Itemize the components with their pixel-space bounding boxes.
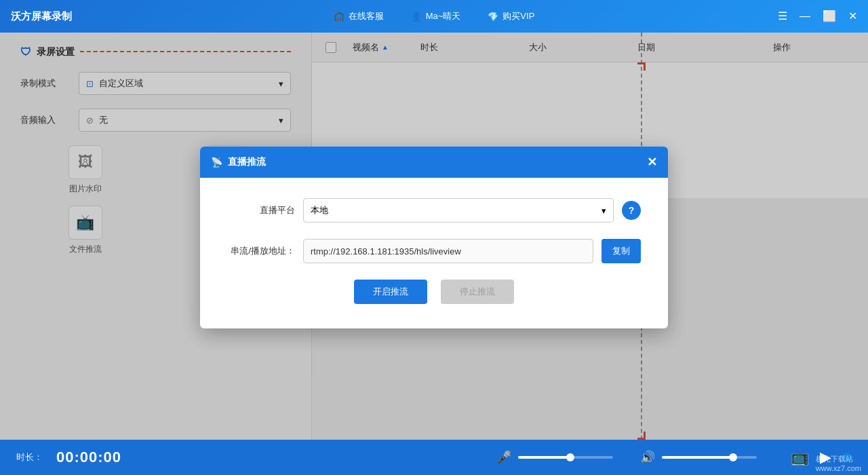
window-controls: ☰ — ⬜ ✕ bbox=[778, 11, 857, 22]
volume-slider[interactable] bbox=[662, 456, 757, 459]
menu-button[interactable]: ☰ bbox=[778, 11, 787, 22]
dialog-footer: 开启推流 停止推流 bbox=[227, 280, 641, 304]
support-button[interactable]: 🎧 在线客服 bbox=[334, 10, 384, 22]
platform-select[interactable]: 本地 ▾ bbox=[303, 198, 614, 223]
dialog-body: 直播平台 本地 ▾ ? 串流/播放地址： 复制 开启推流 停止推流 bbox=[200, 178, 668, 328]
duration-label: 时长： bbox=[16, 451, 43, 463]
vip-button[interactable]: 💎 购买VIP bbox=[488, 10, 534, 22]
start-stream-button[interactable]: 开启推流 bbox=[354, 280, 427, 304]
stream-icon: 📡 bbox=[211, 157, 222, 168]
vip-icon: 💎 bbox=[488, 12, 498, 22]
tv-button[interactable]: 📺 bbox=[791, 449, 809, 466]
volume-slider-group: 🔊 bbox=[640, 450, 757, 465]
minimize-button[interactable]: — bbox=[800, 11, 810, 22]
platform-value: 本地 bbox=[311, 204, 328, 216]
stop-stream-button: 停止推流 bbox=[441, 280, 514, 304]
bottom-bar: 时长： 00:00:00 🎤 🔊 📺 ▶ 🌐 极光下载站www.xz7.com bbox=[0, 440, 868, 475]
dialog-header: 📡 直播推流 ✕ bbox=[200, 147, 668, 178]
platform-row: 直播平台 本地 ▾ ? bbox=[227, 198, 641, 223]
chevron-down-icon-3: ▾ bbox=[601, 206, 606, 216]
dialog-close-button[interactable]: ✕ bbox=[647, 155, 657, 170]
live-stream-dialog: 📡 直播推流 ✕ 直播平台 本地 ▾ ? 串流/播放地址： 复制 开启推流 停止… bbox=[200, 147, 668, 328]
headset-icon: 🎧 bbox=[334, 12, 344, 22]
titlebar-center: 🎧 在线客服 👤 Ma~晴天 💎 购买VIP bbox=[334, 10, 535, 22]
user-button[interactable]: 👤 Ma~晴天 bbox=[411, 10, 461, 22]
watermark-text: 极光下载站www.xz7.com bbox=[816, 454, 861, 472]
dialog-title: 📡 直播推流 bbox=[211, 156, 266, 168]
mic-slider-group: 🎤 bbox=[496, 450, 613, 465]
maximize-button[interactable]: ⬜ bbox=[823, 11, 836, 22]
stream-url-row: 串流/播放地址： 复制 bbox=[227, 239, 641, 263]
mic-slider[interactable] bbox=[518, 456, 613, 459]
stream-url-label: 串流/播放地址： bbox=[227, 245, 295, 257]
close-button[interactable]: ✕ bbox=[848, 11, 857, 22]
user-icon: 👤 bbox=[411, 12, 422, 22]
time-display: 00:00:00 bbox=[56, 449, 121, 466]
copy-button[interactable]: 复制 bbox=[601, 239, 641, 263]
volume-icon: 🔊 bbox=[640, 450, 655, 465]
titlebar: 沃方屏幕录制 🎧 在线客服 👤 Ma~晴天 💎 购买VIP ☰ — ⬜ ✕ bbox=[0, 0, 868, 33]
platform-label: 直播平台 bbox=[227, 204, 295, 216]
help-button[interactable]: ? bbox=[622, 201, 641, 220]
app-title: 沃方屏幕录制 bbox=[11, 10, 72, 23]
stream-url-input[interactable] bbox=[303, 239, 593, 263]
mic-icon: 🎤 bbox=[496, 450, 511, 465]
